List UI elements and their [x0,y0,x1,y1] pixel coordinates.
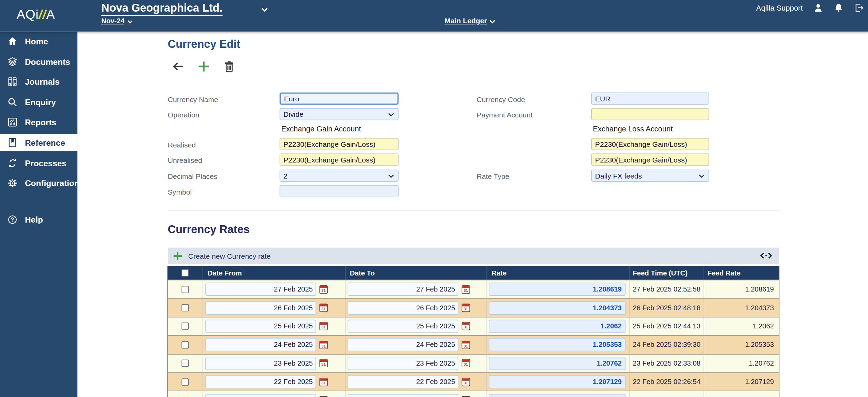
date-from-input[interactable] [205,357,316,370]
chevron-down-icon[interactable] [261,7,268,12]
column-header-feed-rate[interactable]: Feed Rate [704,266,779,280]
decimal-places-select[interactable]: 2 [280,170,399,182]
app-window: HomeDocumentsJournalsEnquiryReportsRefer… [0,0,868,397]
row-checkbox[interactable] [181,360,189,367]
resize-columns-icon[interactable] [760,252,773,260]
rate-input[interactable] [489,283,626,296]
user-icon[interactable] [813,3,823,13]
row-checkbox[interactable] [181,378,189,385]
date-to-input[interactable] [348,338,458,352]
date-from-input[interactable] [205,283,316,296]
calendar-icon[interactable]: 31 [320,304,328,312]
create-rate-label[interactable]: Create new Currency rate [188,252,271,260]
feed-time-cell: 25 Feb 2025 02:44:13 [629,317,704,336]
sidebar-item-reference[interactable]: Reference [0,134,77,151]
column-header-rate[interactable]: Rate [487,266,629,280]
unrealised-gain-field[interactable] [280,154,399,166]
date-to-input[interactable] [348,357,458,370]
calendar-icon[interactable]: 31 [462,322,470,330]
sidebar-item-processes[interactable]: Processes [0,154,77,171]
date-to-input[interactable] [348,283,458,296]
sidebar-item-documents[interactable]: Documents [0,53,77,70]
date-to-input[interactable] [348,301,458,314]
sidebar-item-home[interactable]: Home [0,33,77,50]
date-from-input[interactable] [205,338,316,352]
row-checkbox[interactable] [181,286,189,293]
payment-account-field[interactable] [591,108,709,120]
feed-rate-cell: 1.2062 [704,317,779,336]
unrealised-label: Unrealised [168,156,202,165]
currency-name-field[interactable] [280,93,399,105]
date-from-input[interactable] [205,375,316,388]
symbol-field[interactable] [280,185,399,197]
realised-loss-field[interactable] [591,138,709,150]
feed-time-cell: 23 Feb 2025 02:33:08 [629,354,704,372]
table-row: 313124 Feb 2025 02:39:301.205353 [168,335,779,354]
operation-select[interactable]: Divide [280,108,399,120]
sidebar-item-journals[interactable]: Journals [0,73,77,90]
create-rate-plus-icon[interactable] [172,251,183,261]
table-row: 313121 Feb 2025 02:20:591.206943 [168,391,779,397]
sidebar-item-reports[interactable]: Reports [0,114,77,131]
rate-type-select[interactable]: Daily FX feeds [591,170,709,182]
realised-gain-field[interactable] [280,138,399,150]
calendar-icon[interactable]: 31 [462,285,470,293]
add-currency-button[interactable] [197,60,210,73]
company-selector[interactable]: Nova Geographica Ltd. [101,2,222,16]
user-area: Aqilla Support [756,2,864,14]
enquiry-icon [7,97,18,108]
period-selector[interactable]: Nov-24 [101,17,124,25]
sidebar-item-enquiry[interactable]: Enquiry [0,94,77,111]
sidebar-item-configuration[interactable]: Configuration [0,175,77,192]
delete-currency-button[interactable] [222,60,236,73]
table-row: 313122 Feb 2025 02:26:541.207129 [168,372,779,391]
date-from-input[interactable] [205,301,316,314]
symbol-label: Symbol [168,188,192,196]
calendar-icon[interactable]: 31 [320,341,328,349]
sidebar-item-label: Documents [25,57,70,67]
date-from-input[interactable] [205,394,316,397]
date-to-input[interactable] [348,394,458,397]
rate-input[interactable] [489,301,626,314]
rate-input[interactable] [489,394,626,397]
calendar-icon[interactable]: 31 [462,304,470,312]
sidebar-item-label: Enquiry [25,97,56,107]
rate-input[interactable] [489,338,626,352]
chevron-down-icon [388,174,394,179]
date-to-input[interactable] [348,320,458,333]
date-from-input[interactable] [205,320,316,333]
calendar-icon[interactable]: 31 [320,322,328,330]
calendar-icon[interactable]: 31 [462,359,470,367]
ledger-selector[interactable]: Main Ledger [444,17,487,25]
chevron-down-icon[interactable] [489,19,496,24]
chevron-down-icon[interactable] [127,20,133,24]
back-button[interactable] [172,60,185,73]
calendar-icon[interactable]: 31 [320,378,328,386]
row-checkbox[interactable] [181,304,189,311]
bell-icon[interactable] [834,3,843,13]
row-checkbox[interactable] [181,341,189,349]
logout-icon[interactable] [854,3,864,13]
rate-input[interactable] [489,320,626,333]
rate-input[interactable] [489,375,626,388]
calendar-icon[interactable]: 31 [462,341,470,349]
column-header-feed-time[interactable]: Feed Time (UTC) [629,266,704,280]
exchange-loss-account-label: Exchange Loss Account [593,125,673,133]
table-row: 313126 Feb 2025 02:48:181.204373 [168,298,779,317]
rate-input[interactable] [489,357,626,370]
user-name: Aqilla Support [756,4,803,12]
calendar-icon[interactable]: 31 [320,285,328,293]
aqilla-logo[interactable]: AQi//A [17,7,55,22]
configuration-icon [7,178,18,188]
unrealised-loss-field[interactable] [591,154,709,166]
column-header-date-to[interactable]: Date To [345,266,487,280]
date-to-input[interactable] [348,375,458,388]
sidebar-item-help[interactable]: ?Help [0,211,77,228]
calendar-icon[interactable]: 31 [462,378,470,386]
select-all-checkbox[interactable] [181,269,189,277]
calendar-icon[interactable]: 31 [320,359,328,367]
currency-code-field[interactable] [591,93,709,105]
row-checkbox[interactable] [181,323,189,330]
column-header-date-from[interactable]: Date From [203,266,345,280]
page-title: Currency Edit [168,38,240,50]
